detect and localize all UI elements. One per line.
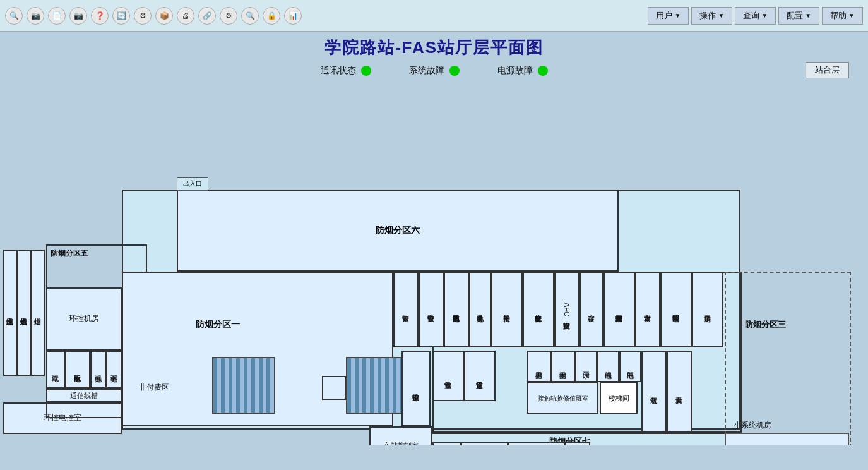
status-dianyuan: 电源故障 xyxy=(497,65,548,76)
icon-search[interactable]: 🔍 xyxy=(5,7,23,25)
room-minyong[interactable]: 民用通信电缆井 xyxy=(444,272,469,347)
status-dianyuan-label: 电源故障 xyxy=(497,65,533,76)
room-loutijian[interactable]: 楼梯间 xyxy=(600,382,638,414)
floor-button[interactable]: 站台层 xyxy=(806,62,849,78)
toolbar-menus: 用户 ▼ 操作 ▼ 查询 ▼ 配置 ▼ 帮助 ▼ xyxy=(648,7,863,25)
icon-link[interactable]: 🔗 xyxy=(198,7,216,25)
zone5-label: 防烟分区五 xyxy=(51,248,88,259)
room-tongxinbei[interactable]: 通信设备室 xyxy=(464,351,496,401)
config-dropdown-arrow: ▼ xyxy=(805,12,811,19)
operation-dropdown-arrow: ▼ xyxy=(718,12,724,19)
room-tonghaojing-top[interactable]: 通号电缆井 xyxy=(469,272,491,347)
icon-settings[interactable]: ⚙ xyxy=(220,7,237,25)
room-chezhankong[interactable]: 车站控制室 xyxy=(369,426,432,445)
room-jingwu[interactable]: 警务室 xyxy=(393,272,419,347)
icon-lock[interactable]: 🔒 xyxy=(263,7,280,25)
status-xitong-label: 系统故障 xyxy=(409,65,444,76)
toolbar-icons: 🔍 📷 📄 📷 ❓ 🔄 ⚙ 📦 🖨 🔗 ⚙ 🔍 🔒 📊 xyxy=(5,7,648,25)
status-dianyuan-dot xyxy=(538,66,548,76)
room-afc-jietou[interactable]: AFC交接班室 xyxy=(554,272,580,347)
room-qipingjian[interactable]: 气瓶室 xyxy=(641,351,667,433)
room-tonghaodian-bottom[interactable]: 通号电缆井 xyxy=(565,442,590,445)
zone3-border xyxy=(725,272,851,445)
menu-user[interactable]: 用户 ▼ xyxy=(648,7,689,25)
floorplan: 左线排烟风道 右线排烟风道 排烟道 气瓶室 照明配电室 强电井 弱电井 通信线槽… xyxy=(0,79,868,445)
icon-camera2[interactable]: 📷 xyxy=(69,7,87,25)
zone3-label: 防烟分区三 xyxy=(745,319,786,330)
title-area: 学院路站-FAS站厅层平面图 xyxy=(0,32,868,61)
escalator-right xyxy=(346,357,403,414)
icon-package[interactable]: 📦 xyxy=(155,7,173,25)
entrance-label: 出入口 xyxy=(177,177,208,191)
room-nancw[interactable]: 男卫生间 xyxy=(527,351,551,382)
user-dropdown-arrow: ▼ xyxy=(674,12,681,19)
room-small-box[interactable] xyxy=(322,376,346,400)
icon-help[interactable]: ❓ xyxy=(91,7,109,25)
loutijian-label: 楼梯间 xyxy=(609,394,629,402)
icon-refresh[interactable]: 🔄 xyxy=(112,7,130,25)
room-paidao[interactable]: 排烟道 xyxy=(31,250,45,376)
icon-zoom[interactable]: 🔍 xyxy=(241,7,259,25)
toolbar: 🔍 📷 📄 📷 ❓ 🔄 ⚙ 📦 🖨 🔗 ⚙ 🔍 🔒 📊 用户 ▼ 操作 ▼ 查询… xyxy=(0,0,868,32)
query-dropdown-arrow: ▼ xyxy=(761,12,768,19)
menu-help[interactable]: 帮助 ▼ xyxy=(822,7,863,25)
room-you-paifeng[interactable]: 右线排烟风道 xyxy=(17,250,31,376)
escalator-left xyxy=(212,357,275,414)
status-tongxin-label: 通讯状态 xyxy=(321,65,356,76)
room-anjianyong[interactable]: 安检用房 xyxy=(491,272,523,347)
feipay-label: 非付费区 xyxy=(139,382,169,393)
room-xinhaobei[interactable]: 信号设备室 xyxy=(432,351,464,401)
icon-doc[interactable]: 📄 xyxy=(48,7,66,25)
status-bar: 通讯状态 系统故障 电源故障 站台层 xyxy=(0,61,868,79)
jiechu-label: 接触轨抢修值班室 xyxy=(538,394,588,402)
room-ruodianjian[interactable]: 弱电间 xyxy=(619,351,641,382)
help-dropdown-arrow: ▼ xyxy=(848,12,855,19)
icon-gear[interactable]: ⚙ xyxy=(134,7,152,25)
icon-print[interactable]: 🖨 xyxy=(177,7,194,25)
status-xitong-dot xyxy=(449,66,460,76)
room-jingwu-bei[interactable]: 警务设备室 xyxy=(419,272,444,347)
zone3-bottom-room xyxy=(725,433,849,445)
room-zuo-paifeng[interactable]: 左线排烟风道 xyxy=(3,250,17,376)
status-xitong: 系统故障 xyxy=(409,65,460,76)
status-tongxin: 通讯状态 xyxy=(321,65,371,76)
zone6-label: 防烟分区六 xyxy=(376,225,420,236)
room-nangengyi[interactable]: 男更衣室 xyxy=(667,351,692,433)
room-piaowushi[interactable]: 票务室 xyxy=(432,442,461,445)
room-zhaoming-right[interactable]: 照明配电室 xyxy=(660,272,692,347)
room-nvgengyi[interactable]: 女更衣室 xyxy=(635,272,660,347)
page-title: 学院路站-FAS站厅层平面图 xyxy=(0,37,868,59)
room-qiangdianjian[interactable]: 强电间 xyxy=(597,351,619,382)
zone6-room[interactable]: 防烟分区六 xyxy=(177,190,619,272)
room-jiechu[interactable]: 接触轨抢修值班室 xyxy=(527,382,598,414)
xiaoxitong-label: 小系统机房 xyxy=(734,420,771,431)
room-afc[interactable]: AFC设备室 xyxy=(461,442,508,445)
room-qingsao[interactable]: 清扫工直间兼垃圾间 xyxy=(603,272,635,347)
room-huiyi[interactable]: 会议室 xyxy=(580,272,603,347)
icon-camera[interactable]: 📷 xyxy=(27,7,44,25)
room-biandian[interactable]: 变电抢修值班室 xyxy=(523,272,554,347)
zone1-label: 防烟分区一 xyxy=(196,319,240,330)
room-xiaofang[interactable]: 消防泵房 xyxy=(692,272,723,347)
room-kaishuijian[interactable]: 开水间 xyxy=(575,351,597,382)
chezhankong-label: 车站控制室 xyxy=(384,441,419,445)
menu-query[interactable]: 查询 ▼ xyxy=(735,7,776,25)
menu-config[interactable]: 配置 ▼ xyxy=(778,7,819,25)
menu-operation[interactable]: 操作 ▼ xyxy=(691,7,732,25)
room-nvcw[interactable]: 女卫生间 xyxy=(551,351,575,382)
room-zhankong[interactable]: 综控设备室 xyxy=(401,351,431,426)
icon-chart[interactable]: 📊 xyxy=(284,7,302,25)
status-tongxin-dot xyxy=(361,66,371,76)
room-ups[interactable]: UPS集中电源室 xyxy=(508,442,565,445)
